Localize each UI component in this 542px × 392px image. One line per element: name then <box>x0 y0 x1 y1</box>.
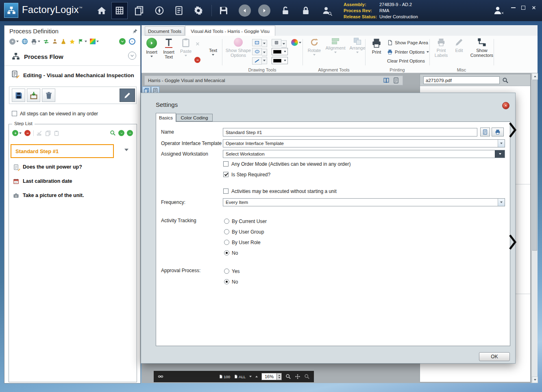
edit-button[interactable]: Edit <box>452 38 466 66</box>
paste-icon[interactable] <box>54 130 59 136</box>
collapse-section-button[interactable] <box>128 52 136 60</box>
sign-out-user-button[interactable] <box>490 4 505 17</box>
operator-interface-dropdown[interactable]: Operator Interface Template <box>223 139 505 147</box>
show-connectors-button[interactable]: Show Connectors <box>468 38 495 66</box>
color-wheel-dropdown[interactable] <box>299 42 301 43</box>
print-button-ribbon[interactable]: Print <box>368 38 385 66</box>
explore-button[interactable] <box>151 2 168 19</box>
move-step-down-button[interactable] <box>118 130 124 136</box>
radio-approval-yes[interactable] <box>224 269 229 274</box>
step-item[interactable]: Last calibration date <box>11 175 132 187</box>
radio-approval-no[interactable] <box>224 279 229 284</box>
search-attachment-icon[interactable] <box>502 77 509 84</box>
color-wheel-icon[interactable] <box>291 39 298 46</box>
radio-tracking-no[interactable] <box>224 250 229 256</box>
ellipse-shape-button[interactable] <box>252 48 262 55</box>
maximize-button[interactable] <box>519 4 527 11</box>
zoom-fit-all-button[interactable]: ALL <box>234 375 246 379</box>
line-dropdown[interactable] <box>262 57 267 64</box>
tab-basics[interactable]: Basics <box>156 113 176 122</box>
scroll-down-arrow[interactable] <box>532 377 538 383</box>
clear-print-options-option[interactable]: Clear Print Options <box>387 58 425 63</box>
zoom-spin-buttons[interactable] <box>277 373 282 380</box>
print-labels-button[interactable]: Print Labels <box>433 38 450 66</box>
home-button[interactable] <box>94 2 110 19</box>
next-page-icon[interactable] <box>255 376 258 377</box>
fill-color-picker[interactable] <box>272 57 288 64</box>
add-step-button[interactable] <box>12 130 22 136</box>
rectangle-dropdown[interactable] <box>262 40 267 47</box>
release-button[interactable] <box>78 39 87 44</box>
process-definition-button[interactable] <box>111 2 128 19</box>
ok-button[interactable]: OK <box>479 352 510 361</box>
zoom-select-icon[interactable] <box>304 374 310 379</box>
is-step-required-checkbox[interactable] <box>223 172 229 177</box>
copy-icon[interactable] <box>45 130 51 136</box>
documents-button[interactable] <box>131 2 147 19</box>
text-dropdown-button[interactable]: Text <box>206 38 220 66</box>
cut-disabled-icon[interactable] <box>195 41 200 46</box>
tab-color-coding[interactable]: Color Coding <box>176 114 213 121</box>
line-color-picker[interactable] <box>272 48 288 55</box>
name-template-button[interactable] <box>480 128 490 136</box>
pattern-button[interactable] <box>272 39 281 46</box>
scrollbar-thumb[interactable] <box>532 80 537 251</box>
document-view-icon[interactable] <box>393 77 399 84</box>
show-page-area-option[interactable]: Show Page Area <box>387 40 428 45</box>
add-item-button[interactable] <box>9 39 19 45</box>
lock-button[interactable] <box>298 2 314 19</box>
zoom-step-icon[interactable] <box>110 130 116 136</box>
pattern-dropdown[interactable] <box>281 40 287 48</box>
pan-icon[interactable] <box>295 374 300 379</box>
news-button[interactable] <box>171 2 187 19</box>
tab-document-tools[interactable]: Document Tools <box>145 26 185 36</box>
collapse-panel-chevron[interactable] <box>508 234 517 251</box>
rectangle-shape-button[interactable] <box>252 39 262 46</box>
zoom-in-icon[interactable] <box>285 374 291 379</box>
activities-without-unit-checkbox[interactable] <box>223 188 229 194</box>
step-item-selected[interactable]: Standard Step #1 <box>11 144 114 158</box>
cut-icon[interactable] <box>37 130 42 136</box>
name-input[interactable]: Standard Step #1 <box>223 128 477 136</box>
vertical-scrollbar[interactable] <box>531 73 538 383</box>
radio-by-user-group[interactable] <box>224 229 229 234</box>
link-pages-icon[interactable] <box>158 374 163 379</box>
ellipse-dropdown[interactable] <box>262 49 267 56</box>
insert-text-button[interactable]: Insert Text <box>161 38 177 66</box>
settings-button[interactable] <box>190 2 207 19</box>
insert-button[interactable]: Insert <box>144 38 159 66</box>
any-order-checkbox[interactable] <box>12 111 17 116</box>
edit-mode-button[interactable] <box>120 89 135 102</box>
line-shape-button[interactable] <box>252 57 262 65</box>
color-tools-button[interactable] <box>90 39 99 44</box>
printer-options-option[interactable]: Printer Options <box>387 49 429 55</box>
web-link-button[interactable] <box>22 38 28 45</box>
assign-user-button[interactable] <box>52 39 58 44</box>
tab-visual-aid-tools[interactable]: Visual Aid Tools - Harris - Goggle Visu <box>185 26 275 36</box>
import-button[interactable] <box>27 89 40 102</box>
forward-button[interactable] <box>256 2 272 19</box>
find-user-button[interactable] <box>318 2 334 19</box>
step-item[interactable]: Take a picture of the unit. <box>11 189 132 201</box>
alignment-button[interactable]: Alignment <box>324 38 346 66</box>
unlock-button[interactable] <box>277 2 294 19</box>
expand-all-button[interactable] <box>119 38 126 45</box>
print-button[interactable] <box>31 39 40 45</box>
sync-button[interactable] <box>43 39 49 45</box>
save-button[interactable] <box>215 2 232 19</box>
radio-by-current-user[interactable] <box>224 219 229 224</box>
collapse-panel-chevron[interactable] <box>508 122 517 139</box>
prev-page-icon[interactable] <box>249 376 252 377</box>
favorite-button[interactable] <box>69 39 75 45</box>
save-step-button[interactable] <box>12 89 25 102</box>
test-button[interactable] <box>61 39 66 44</box>
refresh-view-button[interactable] <box>129 38 135 45</box>
frequency-dropdown[interactable]: Every Item <box>223 198 505 206</box>
radio-by-user-role[interactable] <box>224 240 229 245</box>
delete-button[interactable] <box>42 89 55 102</box>
show-shape-options-button[interactable]: Show Shape Options <box>226 38 250 66</box>
step-expander-icon[interactable] <box>124 149 128 151</box>
rotate-button[interactable]: Rotate <box>307 38 322 66</box>
remove-step-button[interactable] <box>24 130 30 136</box>
back-button[interactable] <box>237 2 253 19</box>
